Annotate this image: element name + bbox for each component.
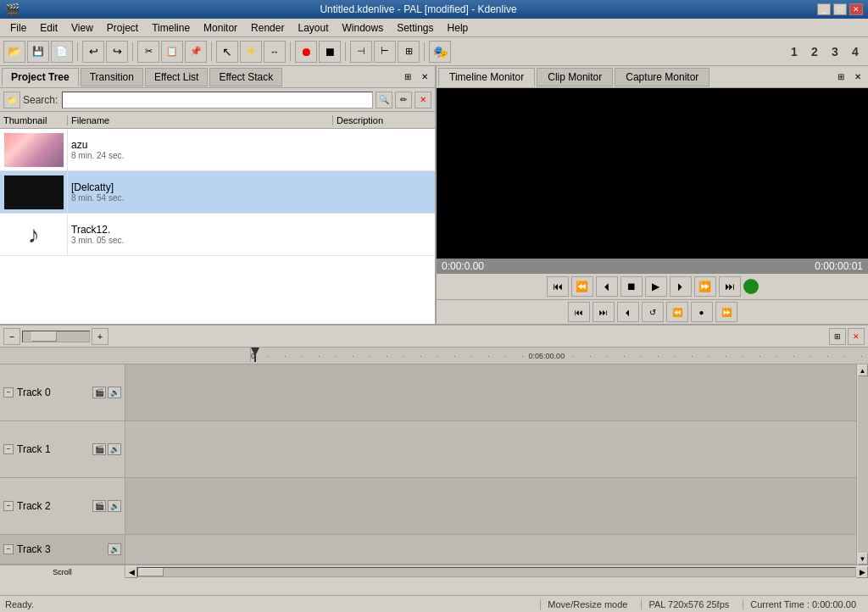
scroll-down-arrow[interactable]: ▼ — [858, 553, 868, 565]
search-input[interactable] — [62, 92, 373, 108]
track-collapse-3[interactable]: − — [3, 544, 14, 554]
track-audio-icon-0[interactable]: 🔊 — [108, 387, 121, 398]
marker-button[interactable]: ● — [691, 302, 713, 322]
timeline-zoom-out[interactable]: − — [3, 328, 20, 345]
layout-1[interactable]: 1 — [785, 42, 804, 61]
menu-file[interactable]: File — [3, 20, 33, 36]
menu-render[interactable]: Render — [244, 20, 291, 36]
scroll-up-arrow[interactable]: ▲ — [858, 364, 868, 376]
layout-3[interactable]: 3 — [826, 42, 844, 61]
tab-project-tree[interactable]: Project Tree — [2, 68, 79, 86]
tab-transition[interactable]: Transition — [81, 68, 143, 86]
maximize-button[interactable]: □ — [833, 3, 847, 15]
timeline-float-button[interactable]: ⊞ — [829, 328, 846, 345]
go-end-button[interactable]: ⏭ — [719, 276, 741, 297]
window-controls[interactable]: _ □ ✕ — [817, 3, 863, 15]
fwd-button[interactable]: ⏩ — [715, 302, 737, 322]
rewind-button[interactable]: ⏪ — [571, 276, 593, 297]
track-video-icon-2[interactable]: 🎬 — [92, 500, 106, 512]
minimize-button[interactable]: _ — [817, 3, 831, 15]
monitor-close-button[interactable]: ✕ — [851, 70, 865, 84]
save-as-button[interactable]: 📄 — [51, 41, 73, 63]
track-collapse-0[interactable]: − — [3, 387, 14, 398]
menu-monitor[interactable]: Monitor — [197, 20, 244, 36]
menu-project[interactable]: Project — [100, 20, 145, 36]
save-button[interactable]: 💾 — [27, 41, 49, 63]
menu-windows[interactable]: Windows — [336, 20, 391, 36]
paste-button[interactable]: 📌 — [185, 41, 207, 63]
stop-button[interactable]: ⏹ — [620, 276, 643, 297]
list-item[interactable]: [Delcatty] 8 min. 54 sec. — [0, 171, 435, 214]
timeline-zoom-in[interactable]: + — [92, 328, 108, 345]
redo-button[interactable]: ↪ — [106, 41, 128, 63]
menu-settings[interactable]: Settings — [390, 20, 440, 36]
play-button[interactable]: ▶ — [645, 276, 667, 297]
track-scrollbar[interactable]: ▲ ▼ — [856, 364, 868, 565]
panel-float-button[interactable]: ⊞ — [401, 70, 415, 84]
search-button[interactable]: 🔍 — [376, 92, 392, 108]
scroll-right-arrow[interactable]: ▶ — [856, 566, 868, 578]
cut-button[interactable]: ✂ — [137, 41, 159, 63]
step-fwd-button[interactable]: ⏵ — [670, 276, 692, 297]
record-button[interactable]: ⏺ — [295, 41, 317, 63]
zoom-thumb[interactable] — [31, 331, 57, 342]
trim-button[interactable]: ⊣ — [350, 41, 372, 63]
monitor-float-button[interactable]: ⊞ — [834, 70, 848, 84]
close-search-button[interactable]: ✕ — [415, 92, 431, 108]
effect-button[interactable]: 🎭 — [429, 41, 451, 63]
timeline-close-button[interactable]: ✕ — [848, 328, 865, 345]
tab-effect-list[interactable]: Effect List — [145, 68, 208, 86]
close-button[interactable]: ✕ — [849, 3, 863, 15]
undo-button[interactable]: ↩ — [82, 41, 104, 63]
menu-layout[interactable]: Layout — [291, 20, 335, 36]
resize-tool[interactable]: ↔ — [264, 41, 286, 63]
track-collapse-2[interactable]: − — [3, 501, 14, 511]
track-audio-icon-2[interactable]: 🔊 — [108, 500, 121, 512]
select-tool[interactable]: ↖ — [216, 41, 238, 63]
menu-view[interactable]: View — [64, 20, 100, 36]
track-video-icon-1[interactable]: 🎬 — [92, 443, 106, 455]
copy-button[interactable]: 📋 — [161, 41, 183, 63]
fast-fwd-button[interactable]: ⏩ — [694, 276, 716, 297]
cursor-line[interactable] — [254, 348, 256, 362]
layout-4[interactable]: 4 — [846, 42, 865, 61]
menu-help[interactable]: Help — [441, 20, 476, 36]
timeline-zoom-slider[interactable] — [22, 331, 90, 342]
tab-capture-monitor[interactable]: Capture Monitor — [615, 68, 709, 86]
tab-clip-monitor[interactable]: Clip Monitor — [537, 68, 613, 86]
go-start-button[interactable]: ⏮ — [547, 276, 569, 297]
layout-2[interactable]: 2 — [805, 42, 824, 61]
list-item[interactable]: ♪ Track12. 3 min. 05 sec. — [0, 214, 435, 256]
prev-frame-button[interactable]: ⏴ — [617, 302, 639, 322]
in-point-button[interactable]: ⏮ — [568, 302, 590, 322]
tab-timeline-monitor[interactable]: Timeline Monitor — [438, 68, 535, 86]
list-item[interactable]: azu 8 min. 24 sec. — [0, 129, 435, 171]
track-collapse-1[interactable]: − — [3, 444, 14, 454]
open-button[interactable]: 📂 — [3, 41, 25, 63]
stop-button[interactable]: ⏹ — [319, 41, 341, 63]
menu-timeline[interactable]: Timeline — [145, 20, 197, 36]
overwrite-button[interactable]: ⊞ — [398, 41, 420, 63]
step-back-button[interactable]: ⏴ — [596, 276, 618, 297]
file-duration: 8 min. 24 sec. — [71, 151, 330, 160]
track-audio-icon-1[interactable]: 🔊 — [108, 443, 121, 455]
out-point-button[interactable]: ⏭ — [593, 302, 615, 322]
insert-button[interactable]: ⊢ — [374, 41, 396, 63]
clear-search-button[interactable]: ✏ — [395, 92, 412, 108]
scroll-track-h[interactable] — [137, 567, 856, 577]
status-format: PAL 720x576 25fps — [641, 599, 736, 609]
track-audio-icon-3[interactable]: 🔊 — [108, 543, 121, 555]
monitor-header: Timeline Monitor Clip Monitor Capture Mo… — [437, 66, 868, 88]
menu-edit[interactable]: Edit — [33, 20, 64, 36]
scroll-track-v[interactable] — [858, 376, 868, 553]
back-button[interactable]: ⏪ — [666, 302, 688, 322]
project-add-clip-button[interactable]: 📁 — [3, 92, 20, 108]
scroll-left-arrow[interactable]: ◀ — [125, 566, 137, 578]
file-info: azu 8 min. 24 sec. — [68, 137, 333, 162]
tab-effect-stack[interactable]: Effect Stack — [209, 68, 282, 86]
scroll-thumb-h[interactable] — [138, 568, 164, 576]
panel-close-button[interactable]: ✕ — [418, 70, 431, 84]
loop-button[interactable]: ↺ — [642, 302, 664, 322]
razor-tool[interactable]: ⚡ — [240, 41, 262, 63]
track-video-icon-0[interactable]: 🎬 — [92, 387, 106, 398]
